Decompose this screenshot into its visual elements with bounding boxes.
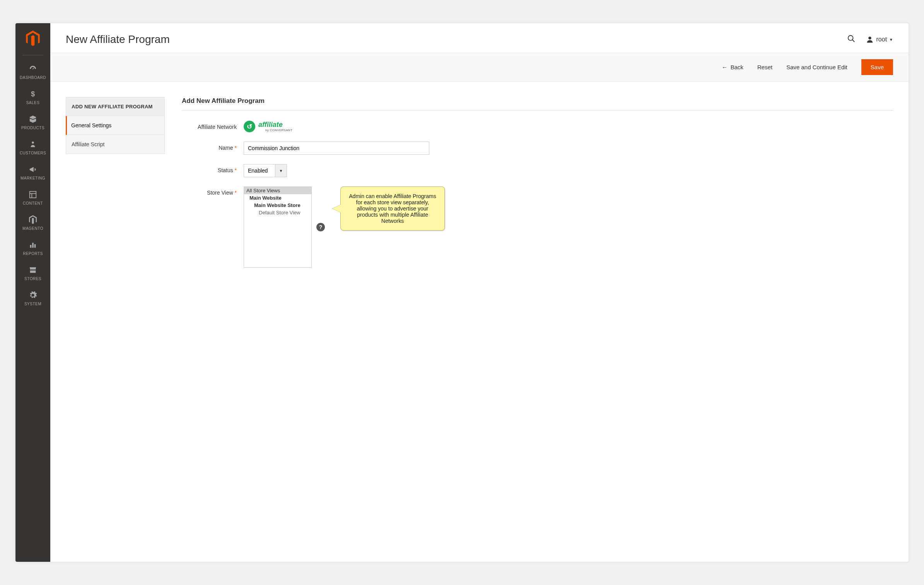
reset-label: Reset [757,64,772,70]
svg-point-10 [868,37,871,39]
save-continue-button[interactable]: Save and Continue Edit [786,64,847,70]
required-marker: * [235,167,237,173]
callout-arrow-icon [332,205,341,212]
tab-label: General Settings [71,122,111,128]
dollar-icon: $ [28,89,38,99]
name-input[interactable] [244,142,429,155]
box-icon [28,114,38,124]
caret-down-icon: ▼ [889,38,893,42]
svg-rect-5 [30,245,32,248]
tab-label: Affiliate Script [72,141,104,147]
save-continue-label: Save and Continue Edit [786,64,847,70]
actions-bar: ← Back Reset Save and Continue Edit Save [50,53,909,82]
megaphone-icon [28,164,38,174]
form-tabs: ADD NEW AFFILIATE PROGRAM General Settin… [66,97,165,277]
admin-sidebar: DASHBOARD $ SALES PRODUCTS CUSTOMERS MAR… [15,23,50,562]
sidebar-label: DASHBOARD [20,75,46,80]
sidebar-item-stores[interactable]: STORES [15,260,50,286]
sidebar-label: SYSTEM [24,302,41,306]
svg-point-1 [32,142,34,144]
tabs-header: ADD NEW AFFILIATE PROGRAM [66,97,165,116]
row-name: Name* [182,142,893,155]
status-select[interactable]: ▼ [244,164,287,177]
cj-badge-icon: ↺ [244,121,255,132]
sidebar-item-reports[interactable]: REPORTS [15,235,50,260]
row-store-view: Store View* All Store Views Main Website… [182,186,893,268]
page-header: New Affiliate Program root ▼ [50,23,909,53]
sidebar-item-customers[interactable]: CUSTOMERS [15,135,50,160]
back-label: Back [731,64,743,70]
sidebar-item-magento[interactable]: MAGENTO [15,210,50,235]
sidebar-label: PRODUCTS [21,126,44,130]
user-menu[interactable]: root ▼ [866,35,893,44]
svg-text:$: $ [31,90,35,98]
sidebar-item-sales[interactable]: $ SALES [15,84,50,109]
required-marker: * [235,190,237,196]
brand-name: affiliate [258,121,292,128]
page-title: New Affiliate Program [66,33,170,46]
affiliate-network-logo: ↺ affiliate by CONVERSANT [244,121,292,132]
sidebar-item-marketing[interactable]: MARKETING [15,160,50,185]
sidebar-label: SALES [26,101,40,105]
help-icon[interactable]: ? [316,223,325,231]
chevron-down-icon[interactable]: ▼ [275,164,287,177]
label-store-view: Store View [207,190,233,196]
sidebar-item-products[interactable]: PRODUCTS [15,109,50,135]
tab-affiliate-script[interactable]: Affiliate Script [66,135,165,154]
arrow-left-icon: ← [722,64,728,70]
save-button[interactable]: Save [861,59,893,75]
status-value[interactable] [244,164,275,177]
svg-rect-6 [32,243,34,248]
username: root [876,36,887,43]
callout-text: Admin can enable Affiliate Programs for … [349,193,436,224]
main-panel: New Affiliate Program root ▼ ← Back Rese [50,23,909,562]
back-button[interactable]: ← Back [722,64,743,70]
sidebar-label: CUSTOMERS [20,151,46,155]
sidebar-item-dashboard[interactable]: DASHBOARD [15,59,50,84]
dashboard-icon [28,64,38,74]
label-network: Affiliate Network [198,124,237,130]
annotation-callout: Admin can enable Affiliate Programs for … [340,186,445,231]
label-status: Status [218,167,233,173]
gear-icon [28,290,38,300]
store-option[interactable]: Main Website Store [244,202,311,209]
layout-icon [28,190,38,200]
search-icon[interactable] [847,34,856,44]
form-section-title: Add New Affiliate Program [182,97,893,111]
required-marker: * [235,145,237,151]
sidebar-label: REPORTS [23,251,43,256]
svg-rect-2 [30,192,36,198]
magento-logo[interactable] [24,29,42,48]
store-option[interactable]: Main Website [244,194,311,202]
row-status: Status* ▼ [182,164,893,177]
app-window: DASHBOARD $ SALES PRODUCTS CUSTOMERS MAR… [15,23,909,562]
sidebar-label: MAGENTO [22,226,43,231]
person-icon [28,139,38,149]
bars-icon [28,240,38,250]
sidebar-label: CONTENT [23,201,43,205]
store-option[interactable]: Default Store View [244,209,311,216]
svg-line-9 [852,40,854,42]
magento-icon [28,215,38,225]
brand-sub: by CONVERSANT [265,129,292,132]
label-name: Name [219,145,233,151]
sidebar-label: MARKETING [20,176,45,180]
tab-general-settings[interactable]: General Settings [66,116,165,135]
store-view-multiselect[interactable]: All Store Views Main Website Main Websit… [244,186,312,268]
sidebar-item-system[interactable]: SYSTEM [15,286,50,311]
sidebar-label: STORES [24,277,41,281]
reset-button[interactable]: Reset [757,64,772,70]
sidebar-item-content[interactable]: CONTENT [15,185,50,210]
svg-rect-7 [34,244,36,248]
row-affiliate-network: Affiliate Network ↺ affiliate by CONVERS… [182,121,893,132]
storefront-icon [28,265,38,275]
form-area: Add New Affiliate Program Affiliate Netw… [182,97,893,277]
svg-point-8 [848,36,853,41]
store-option[interactable]: All Store Views [244,187,311,194]
